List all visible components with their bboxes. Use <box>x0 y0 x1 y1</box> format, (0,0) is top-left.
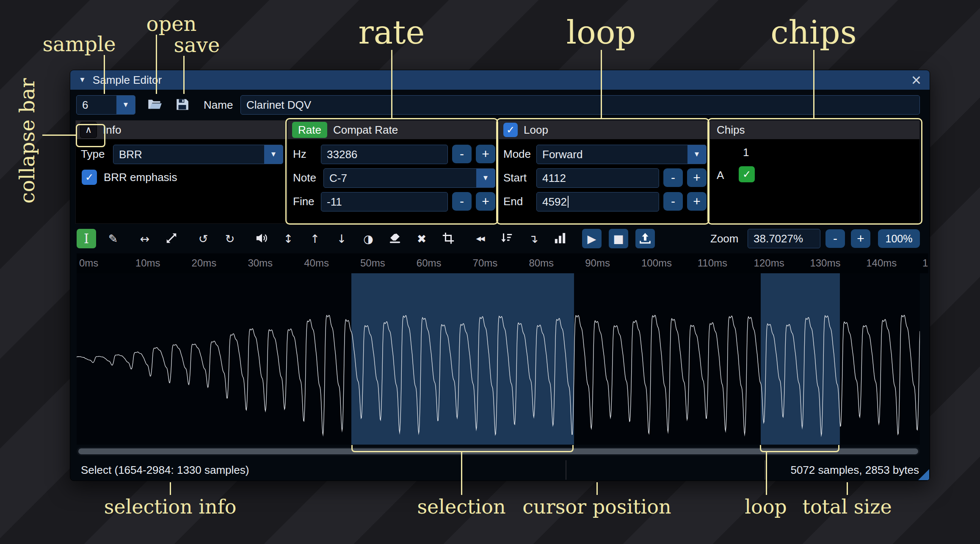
floppy-disk-icon <box>175 97 189 113</box>
normalize-icon: ↑ <box>310 232 320 245</box>
annotation-line <box>42 135 76 136</box>
save-sample-button[interactable] <box>172 95 192 115</box>
delete-button[interactable]: ✖ <box>412 229 431 248</box>
selection-info-text: Select (1654-2984: 1330 samples) <box>81 460 249 480</box>
import-button[interactable] <box>635 229 655 248</box>
status-divider <box>566 460 566 480</box>
annotation-line <box>183 56 185 94</box>
annotation-line <box>847 482 848 495</box>
ruler-tick: 60ms <box>417 257 442 269</box>
redo-icon: ↻ <box>225 232 235 245</box>
ruler-tick: 70ms <box>473 257 498 269</box>
edit-mode-icon: I <box>84 231 89 246</box>
type-select[interactable]: BRR ▼ <box>113 145 283 164</box>
name-input-value: Clarinet DQV <box>241 99 919 112</box>
redo-button[interactable]: ↻ <box>220 229 240 248</box>
resample-button[interactable] <box>162 229 181 248</box>
resize-button[interactable]: ↔ <box>135 229 155 248</box>
silence-button[interactable] <box>385 229 405 248</box>
zoom-reset-button[interactable]: 100% <box>878 229 920 248</box>
name-input[interactable]: Clarinet DQV <box>240 95 920 115</box>
trim-icon <box>442 232 455 246</box>
name-label: Name <box>204 95 233 115</box>
sample-select[interactable]: 6 ▼ <box>76 95 135 115</box>
edit-mode-button[interactable]: I <box>77 229 96 248</box>
annotation-line <box>596 482 598 495</box>
undo-button[interactable]: ↺ <box>193 229 213 248</box>
check-icon: ✓ <box>85 171 94 183</box>
chevron-down-icon[interactable]: ▼ <box>264 145 283 164</box>
annotation-loop-bracket <box>760 445 839 452</box>
spectrum-button[interactable] <box>550 229 570 248</box>
invert-button[interactable]: ◑ <box>359 229 378 248</box>
filter-icon <box>500 232 513 246</box>
insert-silence-icon: ↴ <box>529 232 538 245</box>
open-sample-button[interactable] <box>144 95 165 115</box>
annotation-total-size-label: total size <box>802 495 892 518</box>
info-panel-header: ∧ Info <box>76 121 287 139</box>
zoom-input[interactable]: 38.7027% <box>748 229 820 248</box>
zoom-value: 38.7027% <box>748 232 820 245</box>
reverse-icon: ◀◀ <box>476 235 484 242</box>
ruler-tick: 90ms <box>585 257 610 269</box>
normalize-button[interactable]: ↑ <box>305 229 325 248</box>
import-icon <box>639 232 651 246</box>
ruler-tick: 20ms <box>192 257 217 269</box>
insert-silence-button[interactable]: ↴ <box>524 229 543 248</box>
annotation-line <box>461 452 462 495</box>
annotation-line <box>601 50 602 118</box>
filter-button[interactable] <box>497 229 516 248</box>
preview-button[interactable] <box>252 229 271 248</box>
zoom-in-button[interactable]: + <box>851 229 870 248</box>
annotation-line <box>170 482 171 495</box>
annotation-line <box>104 55 105 94</box>
waveform-display[interactable] <box>77 273 920 445</box>
reverse-button[interactable]: ◀◀ <box>470 229 490 248</box>
amplify-icon: ↕ <box>284 232 293 245</box>
resize-icon: ↔ <box>140 232 150 245</box>
spectrum-icon <box>554 232 566 246</box>
stop-icon: ■ <box>613 232 624 245</box>
collapse-window-icon[interactable]: ▼ <box>79 76 86 84</box>
waveform-canvas <box>77 273 920 445</box>
ruler-tick: 100ms <box>641 257 672 269</box>
annotation-chips-label: chips <box>770 14 856 51</box>
fade-out-button[interactable]: ↓ <box>332 229 351 248</box>
close-icon[interactable]: × <box>911 71 921 88</box>
ruler-tick: 150 <box>922 257 928 269</box>
annotation-selection-info-label: selection info <box>104 495 237 518</box>
draw-button[interactable]: ✎ <box>103 229 123 248</box>
brr-emphasis-checkbox[interactable]: ✓ <box>82 170 97 185</box>
ruler-tick: 130ms <box>810 257 840 269</box>
info-panel-title: Info <box>103 124 121 137</box>
resample-icon <box>165 232 178 246</box>
annotation-line <box>391 50 392 118</box>
amplify-button[interactable]: ↕ <box>279 229 298 248</box>
annotation-line <box>156 35 157 94</box>
trim-button[interactable] <box>439 229 458 248</box>
chevron-down-icon[interactable]: ▼ <box>116 96 135 114</box>
play-button[interactable]: ▶ <box>582 229 602 248</box>
titlebar[interactable]: ▼ Sample Editor × <box>70 70 930 90</box>
annotation-loop-outline <box>496 118 709 225</box>
status-bar: Select (1654-2984: 1330 samples) 5072 sa… <box>70 459 930 481</box>
total-size-text: 5072 samples, 2853 bytes <box>790 460 919 480</box>
zoom-label: Zoom <box>710 229 738 248</box>
annotation-collapse-bar-label: collapse bar <box>15 78 39 203</box>
brr-emphasis-label: BRR emphasis <box>104 168 177 187</box>
time-ruler[interactable]: 0ms10ms20ms30ms40ms50ms60ms70ms80ms90ms1… <box>77 253 928 273</box>
ruler-tick: 120ms <box>754 257 784 269</box>
ruler-tick: 40ms <box>304 257 329 269</box>
ruler-tick: 140ms <box>866 257 897 269</box>
ruler-tick: 50ms <box>360 257 385 269</box>
annotation-rate-outline <box>285 118 498 225</box>
draw-icon: ✎ <box>108 232 118 245</box>
info-panel: ∧ Info Type BRR ▼ ✓ BRR emphasis <box>75 120 287 224</box>
delete-icon: ✖ <box>417 232 427 245</box>
invert-icon: ◑ <box>363 232 373 245</box>
stop-button[interactable]: ■ <box>609 229 628 248</box>
annotation-sample-label: sample <box>42 32 116 56</box>
annotation-open-label: open <box>146 12 197 36</box>
resize-grip[interactable] <box>918 469 929 480</box>
zoom-out-button[interactable]: - <box>825 229 845 248</box>
